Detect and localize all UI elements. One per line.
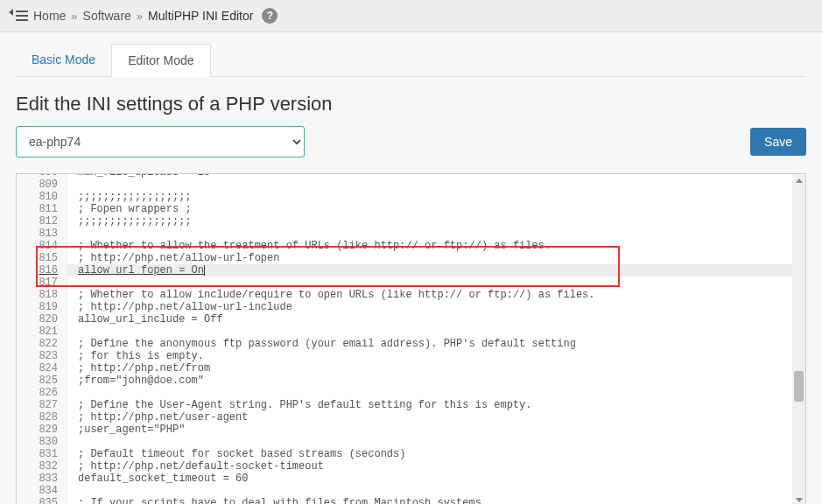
code-text[interactable]: ; http://php.net/allow-url-fopen bbox=[67, 252, 279, 264]
breadcrumb-current: MultiPHP INI Editor bbox=[148, 9, 253, 23]
line-number: 812 bbox=[17, 215, 67, 228]
code-line[interactable]: 828; http://php.net/user-agent bbox=[17, 411, 805, 424]
code-line[interactable]: 814; Whether to allow the treatment of U… bbox=[17, 240, 805, 252]
code-text[interactable]: ; If your scripts have to deal with file… bbox=[67, 497, 488, 504]
code-line[interactable]: 819; http://php.net/allow-url-include bbox=[17, 301, 805, 313]
scrollbar-vertical[interactable] bbox=[792, 174, 805, 504]
line-number: 823 bbox=[17, 350, 67, 362]
code-line[interactable]: 834 bbox=[17, 485, 805, 497]
code-text[interactable]: ; Default timeout for socket based strea… bbox=[67, 448, 405, 460]
code-text[interactable]: ; http://php.net/user-agent bbox=[67, 411, 248, 424]
code-text[interactable]: default_socket_timeout = 60 bbox=[67, 472, 248, 485]
line-number: 819 bbox=[17, 301, 67, 313]
breadcrumb-software[interactable]: Software bbox=[83, 9, 131, 23]
line-number: 834 bbox=[17, 485, 67, 497]
code-line[interactable]: 820allow_url_include = Off bbox=[17, 313, 805, 326]
code-text[interactable]: ; Define the anonymous ftp password (you… bbox=[67, 338, 576, 350]
tab-basic-mode[interactable]: Basic Mode bbox=[16, 44, 111, 77]
code-line[interactable]: 809 bbox=[17, 178, 805, 191]
line-number: 811 bbox=[17, 203, 67, 215]
line-number: 832 bbox=[17, 460, 67, 472]
line-number: 821 bbox=[17, 326, 67, 338]
code-line[interactable]: 818; Whether to allow include/require to… bbox=[17, 289, 805, 301]
code-text[interactable]: allow_url_fopen = On bbox=[67, 264, 205, 276]
code-line[interactable]: 821 bbox=[17, 326, 805, 338]
line-number: 815 bbox=[17, 252, 67, 264]
code-text[interactable]: ;from="john@doe.com" bbox=[67, 374, 204, 387]
line-number: 825 bbox=[17, 374, 67, 387]
tab-editor-mode[interactable]: Editor Mode bbox=[111, 44, 210, 77]
line-number: 833 bbox=[17, 472, 67, 485]
scroll-thumb[interactable] bbox=[794, 371, 804, 402]
code-line[interactable]: 831; Default timeout for socket based st… bbox=[17, 448, 805, 460]
page-heading: Edit the INI settings of a PHP version bbox=[16, 93, 806, 116]
code-line[interactable]: 825;from="john@doe.com" bbox=[17, 374, 805, 387]
help-icon[interactable]: ? bbox=[262, 8, 278, 24]
line-number: 828 bbox=[17, 411, 67, 424]
code-line[interactable]: 817 bbox=[17, 276, 805, 289]
code-line[interactable]: 833default_socket_timeout = 60 bbox=[17, 472, 805, 485]
code-text[interactable]: allow_url_include = Off bbox=[67, 313, 223, 326]
breadcrumb-sep: » bbox=[137, 10, 143, 23]
code-text[interactable]: ; Whether to allow the treatment of URLs… bbox=[67, 240, 551, 252]
code-text[interactable]: ; Whether to allow include/require to op… bbox=[67, 289, 595, 301]
code-line[interactable]: 827; Define the User-Agent string. PHP's… bbox=[17, 399, 805, 411]
code-line[interactable]: 811; Fopen wrappers ; bbox=[17, 203, 805, 215]
code-line[interactable]: 822; Define the anonymous ftp password (… bbox=[17, 338, 805, 350]
code-line[interactable]: 812;;;;;;;;;;;;;;;;;; bbox=[17, 215, 805, 228]
line-number: 818 bbox=[17, 289, 67, 301]
line-number: 829 bbox=[17, 424, 67, 436]
code-text[interactable]: ; http://php.net/allow-url-include bbox=[67, 301, 292, 313]
code-text[interactable]: ;;;;;;;;;;;;;;;;;; bbox=[67, 215, 192, 228]
php-version-select[interactable]: ea-php74 bbox=[16, 126, 305, 158]
breadcrumb: Home » Software » MultiPHP INI Editor ? bbox=[0, 0, 822, 32]
code-text[interactable]: ; http://php.net/from bbox=[67, 362, 210, 374]
code-line[interactable]: 835; If your scripts have to deal with f… bbox=[17, 497, 805, 504]
line-number: 835 bbox=[17, 497, 67, 504]
line-number: 813 bbox=[17, 228, 67, 240]
code-line[interactable]: 810;;;;;;;;;;;;;;;;;; bbox=[17, 191, 805, 203]
code-text[interactable]: ; http://php.net/default-socket-timeout bbox=[67, 460, 324, 472]
code-line[interactable]: 815; http://php.net/allow-url-fopen bbox=[17, 252, 805, 264]
code-line[interactable]: 832; http://php.net/default-socket-timeo… bbox=[17, 460, 805, 472]
breadcrumb-home[interactable]: Home bbox=[33, 9, 66, 23]
line-number: 826 bbox=[17, 387, 67, 399]
line-number: 822 bbox=[17, 338, 67, 350]
code-text[interactable]: ; Define the User-Agent string. PHP's de… bbox=[67, 399, 531, 411]
line-number: 817 bbox=[17, 276, 67, 289]
code-text[interactable]: ; Fopen wrappers ; bbox=[67, 203, 192, 215]
line-number: 830 bbox=[17, 436, 67, 448]
code-line[interactable]: 813 bbox=[17, 228, 805, 240]
line-number: 824 bbox=[17, 362, 67, 374]
code-editor[interactable]: 808max_file_uploads = 20809810;;;;;;;;;;… bbox=[16, 173, 806, 504]
line-number: 820 bbox=[17, 313, 67, 326]
line-number: 831 bbox=[17, 448, 67, 460]
code-line[interactable]: 830 bbox=[17, 436, 805, 448]
code-text[interactable]: ;user_agent="PHP" bbox=[67, 424, 185, 436]
text-cursor bbox=[204, 265, 205, 276]
line-number: 816 bbox=[17, 264, 67, 276]
code-line[interactable]: 816allow_url_fopen = On bbox=[17, 264, 805, 276]
code-line[interactable]: 829;user_agent="PHP" bbox=[17, 424, 805, 436]
save-button[interactable]: Save bbox=[750, 128, 806, 156]
line-number: 809 bbox=[17, 178, 67, 191]
code-line[interactable]: 823; for this is empty. bbox=[17, 350, 805, 362]
breadcrumb-sep: » bbox=[71, 10, 77, 23]
code-line[interactable]: 824; http://php.net/from bbox=[17, 362, 805, 374]
code-line[interactable]: 826 bbox=[17, 387, 805, 399]
scroll-down-icon[interactable] bbox=[792, 494, 805, 504]
code-text[interactable]: ; for this is empty. bbox=[67, 350, 204, 362]
line-number: 827 bbox=[17, 399, 67, 411]
tab-bar: Basic Mode Editor Mode bbox=[16, 43, 806, 77]
menu-toggle-icon[interactable] bbox=[11, 7, 28, 24]
code-text[interactable]: ;;;;;;;;;;;;;;;;;; bbox=[67, 191, 192, 203]
scroll-up-icon[interactable] bbox=[792, 174, 805, 187]
line-number: 814 bbox=[17, 240, 67, 252]
line-number: 810 bbox=[17, 191, 67, 203]
